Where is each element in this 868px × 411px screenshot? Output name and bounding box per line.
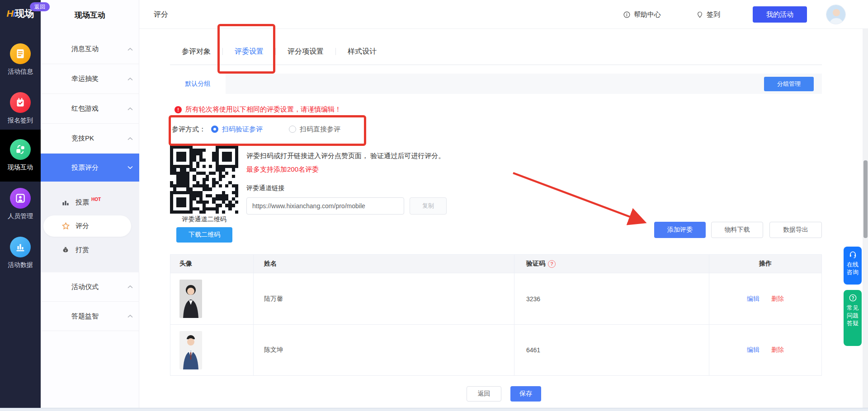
tab-score-items[interactable]: 评分项设置 bbox=[276, 38, 335, 65]
back-button[interactable]: 返回 bbox=[467, 386, 501, 402]
channel-link-input[interactable] bbox=[246, 197, 404, 215]
checkin-label: 签到 bbox=[707, 10, 720, 19]
add-judge-button[interactable]: 添加评委 bbox=[654, 222, 706, 238]
judges-table: 头像 姓名 验证码 ? 操作 陆万馨 3236 编辑 删除 bbox=[170, 254, 822, 376]
sidebar-group-pk[interactable]: 竞技PK bbox=[41, 124, 139, 154]
sidebar-group-message[interactable]: 消息互动 bbox=[41, 34, 139, 64]
download-qr-button[interactable]: 下载二维码 bbox=[176, 227, 232, 243]
judge-name: 陈文坤 bbox=[254, 325, 514, 375]
materials-download-button[interactable]: 物料下载 bbox=[711, 222, 763, 238]
help-question-icon[interactable]: ? bbox=[548, 260, 556, 268]
sidebar-group-ceremony[interactable]: 活动仪式 bbox=[41, 272, 139, 302]
location-pin-icon bbox=[696, 11, 703, 19]
sidebar-group-label: 消息互动 bbox=[71, 45, 99, 53]
rail-item-label: 报名签到 bbox=[0, 117, 41, 125]
hot-badge: HOT bbox=[91, 197, 101, 202]
alert-icon: ! bbox=[175, 106, 182, 113]
delete-link[interactable]: 删除 bbox=[771, 346, 784, 354]
star-icon bbox=[61, 222, 70, 231]
bottom-edge-strip bbox=[0, 408, 868, 411]
col-header-actions: 操作 bbox=[709, 255, 821, 273]
judge-code: 6461 bbox=[514, 325, 709, 375]
radio-scan-verify[interactable] bbox=[211, 126, 218, 133]
back-badge[interactable]: 返回 bbox=[30, 2, 50, 11]
sidebar-group-quiz[interactable]: 答题益智 bbox=[41, 302, 139, 331]
rail-item-label: 活动信息 bbox=[0, 68, 41, 76]
rail-item-label: 活动数据 bbox=[0, 261, 41, 269]
copy-button[interactable]: 复制 bbox=[410, 197, 447, 215]
tab-participants[interactable]: 参评对象 bbox=[170, 38, 222, 65]
headset-icon bbox=[849, 250, 857, 259]
tab-judge-settings[interactable]: 评委设置 bbox=[223, 38, 275, 65]
table-row: 陈文坤 6461 编辑 删除 bbox=[170, 324, 821, 375]
help-center-link[interactable]: 帮助中心 bbox=[623, 0, 661, 29]
vote-bars-icon bbox=[61, 198, 70, 207]
topbar: 评分 帮助中心 签到 我的活动 bbox=[139, 0, 868, 29]
left-rail: Hi现场 活动信息 报名签到 现场互动 人员管理 bbox=[0, 0, 41, 408]
online-consult-widget[interactable]: 在线咨询 bbox=[844, 247, 862, 285]
judge-mode-row: 参评方式： 扫码验证参评 扫码直接参评 bbox=[172, 123, 340, 135]
sidebar-title: 现场互动 bbox=[41, 10, 139, 20]
default-group-tab[interactable]: 默认分组 bbox=[170, 74, 226, 94]
col-header-avatar: 头像 bbox=[170, 255, 254, 273]
sidebar: 现场互动 消息互动 幸运抽奖 红包游戏 竞技PK 投票评分 投票 HOT bbox=[41, 0, 139, 408]
rail-item-live-interaction[interactable]: 现场互动 bbox=[0, 130, 41, 182]
rail-item-personnel[interactable]: 人员管理 bbox=[0, 188, 41, 220]
info-icon bbox=[623, 11, 631, 19]
notice-text: 所有轮次将使用以下相同的评委设置，请谨慎编辑！ bbox=[185, 105, 341, 114]
qr-code bbox=[170, 145, 238, 214]
rail-item-activity-data[interactable]: 活动数据 bbox=[0, 237, 41, 269]
data-export-button[interactable]: 数据导出 bbox=[769, 222, 822, 238]
annotation-arrow bbox=[511, 171, 656, 230]
bar-chart-icon bbox=[10, 237, 31, 257]
document-icon bbox=[10, 43, 31, 64]
sidebar-group-vote-score[interactable]: 投票评分 bbox=[41, 154, 139, 182]
submenu-item-score[interactable]: 评分 bbox=[41, 215, 139, 237]
chevron-up-icon bbox=[127, 47, 133, 51]
judge-name: 陆万馨 bbox=[254, 273, 514, 324]
mode-option-verify-label: 扫码验证参评 bbox=[222, 125, 263, 134]
edit-link[interactable]: 编辑 bbox=[747, 346, 760, 354]
rail-item-label: 现场互动 bbox=[0, 163, 41, 172]
sidebar-group-label: 竞技PK bbox=[71, 134, 94, 143]
question-circle-icon bbox=[849, 294, 857, 302]
judge-avatar bbox=[179, 280, 202, 318]
sidebar-group-label: 投票评分 bbox=[71, 163, 99, 172]
submenu-item-label: 评分 bbox=[75, 222, 89, 230]
group-manage-button[interactable]: 分组管理 bbox=[764, 77, 814, 91]
mode-label: 参评方式： bbox=[172, 125, 206, 134]
channel-limit-text: 最多支持添加200名评委 bbox=[246, 165, 319, 174]
sidebar-submenu: 投票 HOT 评分 打赏 bbox=[41, 182, 139, 272]
user-avatar[interactable] bbox=[826, 5, 846, 24]
chevron-up-icon bbox=[127, 137, 133, 140]
radio-scan-direct[interactable] bbox=[289, 126, 296, 133]
table-header-row: 头像 姓名 验证码 ? 操作 bbox=[170, 254, 821, 273]
checkin-link[interactable]: 签到 bbox=[696, 0, 720, 29]
scrollbar-thumb[interactable] bbox=[863, 160, 868, 238]
submenu-item-reward[interactable]: 打赏 bbox=[41, 239, 139, 260]
table-row: 陆万馨 3236 编辑 删除 bbox=[170, 273, 821, 324]
rail-item-signup-checkin[interactable]: 报名签到 bbox=[0, 92, 41, 125]
edit-link[interactable]: 编辑 bbox=[747, 295, 760, 303]
col-header-code-label: 验证码 bbox=[526, 260, 545, 268]
help-center-label: 帮助中心 bbox=[634, 10, 661, 19]
chevron-down-icon bbox=[127, 166, 133, 169]
col-header-code: 验证码 ? bbox=[514, 255, 709, 273]
rail-item-label: 人员管理 bbox=[0, 212, 41, 220]
submenu-item-vote[interactable]: 投票 HOT bbox=[41, 192, 139, 213]
my-activities-button[interactable]: 我的活动 bbox=[753, 6, 807, 23]
rail-item-activity-info[interactable]: 活动信息 bbox=[0, 43, 41, 76]
chevron-up-icon bbox=[127, 107, 133, 111]
sidebar-group-redpacket[interactable]: 红包游戏 bbox=[41, 94, 139, 124]
submenu-item-label: 打赏 bbox=[75, 246, 89, 254]
qr-caption: 评委通道二维码 bbox=[170, 215, 238, 224]
logo-h: H bbox=[6, 8, 13, 19]
tab-style-design[interactable]: 样式设计 bbox=[336, 38, 388, 65]
money-bag-icon bbox=[61, 245, 70, 254]
online-consult-label: 在线咨询 bbox=[847, 261, 859, 276]
faq-widget[interactable]: 常见问题答疑 bbox=[844, 290, 862, 346]
channel-description: 评委扫码或打开链接进入评分点赞页面， 验证通过后可进行评分。 bbox=[246, 152, 445, 160]
save-button[interactable]: 保存 bbox=[510, 386, 541, 402]
sidebar-group-lottery[interactable]: 幸运抽奖 bbox=[41, 64, 139, 94]
delete-link[interactable]: 删除 bbox=[771, 295, 784, 303]
